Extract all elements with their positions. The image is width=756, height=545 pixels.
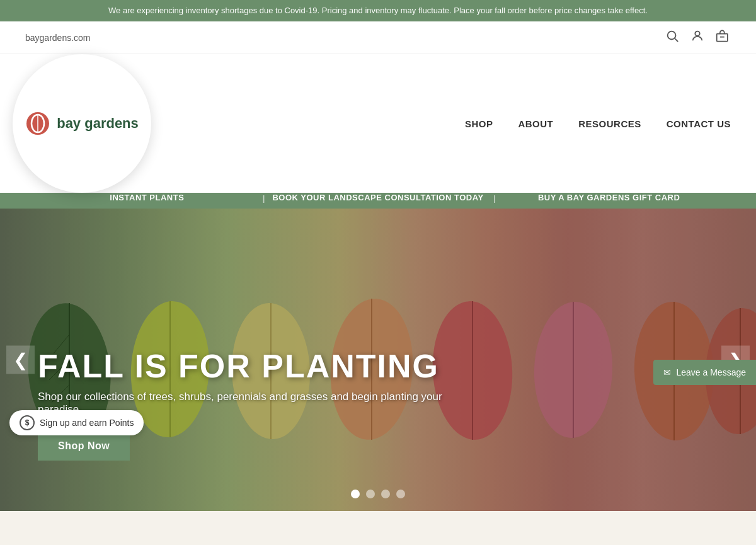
slider-dot-2[interactable] xyxy=(366,490,375,498)
logo-text: bay gardens xyxy=(57,115,139,132)
svg-line-1 xyxy=(675,38,678,42)
slider-dots xyxy=(351,490,405,498)
nav-item-about[interactable]: ABOUT xyxy=(518,118,553,129)
leave-message-label: Leave a Message xyxy=(676,367,746,377)
points-dollar-icon: $ xyxy=(20,415,35,430)
announcement-bar: We are experiencing inventory shortages … xyxy=(0,0,756,21)
top-nav: baygardens.com xyxy=(0,21,756,54)
hero-slider: ❮ FALL IS FOR PLANTING Shop our collecti… xyxy=(0,209,756,511)
main-nav: SHOP ABOUT RESOURCES CONTACT US xyxy=(465,118,731,129)
banner-item-giftcard[interactable]: BUY A BAY GARDENS GIFT CARD xyxy=(493,193,724,202)
banner-item-landscape[interactable]: BOOK YOUR LANDSCAPE CONSULTATION TODAY xyxy=(263,193,494,202)
nav-item-contact[interactable]: CONTACT US xyxy=(667,118,731,129)
nav-item-shop[interactable]: SHOP xyxy=(465,118,493,129)
logo-icon xyxy=(25,111,50,136)
envelope-icon: ✉ xyxy=(663,367,671,377)
banner-item-instant-plants[interactable]: INSTANT PLANTS xyxy=(32,193,263,202)
leave-message-button[interactable]: ✉ Leave a Message xyxy=(653,360,756,385)
hero-cta-button[interactable]: Shop Now xyxy=(38,432,130,461)
nav-item-resources[interactable]: RESOURCES xyxy=(578,118,641,129)
slider-dot-4[interactable] xyxy=(396,490,405,498)
header-main: bay gardens SHOP ABOUT RESOURCES CONTACT… xyxy=(0,54,756,193)
shop-section: SHOP PRIVACY PLANTS xyxy=(0,511,756,545)
slider-prev-button[interactable]: ❮ xyxy=(6,346,35,374)
svg-point-2 xyxy=(695,32,699,36)
points-label: Sign up and earn Points xyxy=(40,418,134,428)
search-icon[interactable] xyxy=(665,29,679,46)
site-url: baygardens.com xyxy=(25,33,91,43)
top-nav-icons xyxy=(665,29,731,46)
user-icon[interactable] xyxy=(690,29,704,46)
hero-title: FALL IS FOR PLANTING xyxy=(38,348,479,384)
points-badge[interactable]: $ Sign up and earn Points xyxy=(9,410,144,435)
slider-dot-1[interactable] xyxy=(351,490,360,498)
hero-content: FALL IS FOR PLANTING Shop our collection… xyxy=(38,348,479,461)
cart-icon[interactable] xyxy=(716,29,731,46)
slider-dot-3[interactable] xyxy=(381,490,390,498)
logo[interactable]: bay gardens xyxy=(13,54,151,193)
announcement-text: We are experiencing inventory shortages … xyxy=(108,6,648,15)
svg-point-0 xyxy=(668,32,676,40)
